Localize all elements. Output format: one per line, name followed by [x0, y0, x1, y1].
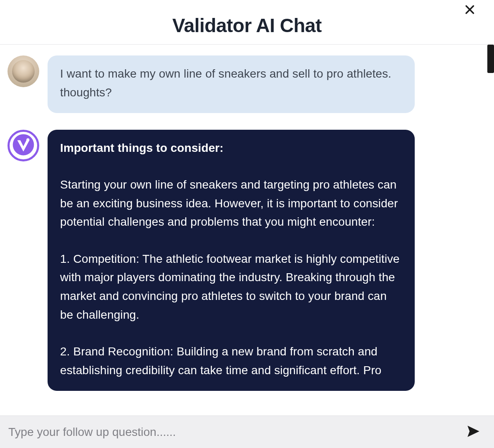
ai-message-bubble: Important things to consider: Starting y… — [48, 130, 415, 391]
message-row-ai: Important things to consider: Starting y… — [8, 130, 478, 391]
header: Validator AI Chat — [0, 0, 494, 44]
close-button[interactable] — [461, 2, 478, 18]
ai-avatar — [8, 130, 39, 161]
user-message-text: I want to make my own line of sneakers a… — [60, 67, 391, 99]
composer — [0, 415, 494, 448]
svg-point-2 — [13, 134, 34, 155]
user-message-bubble: I want to make my own line of sneakers a… — [48, 55, 415, 113]
send-button[interactable] — [463, 422, 483, 442]
followup-input[interactable] — [8, 425, 463, 439]
scrollbar-thumb[interactable] — [487, 45, 494, 73]
svg-point-3 — [26, 138, 29, 141]
message-row-user: I want to make my own line of sneakers a… — [8, 55, 478, 113]
chat-app: Validator AI Chat I want to make my own … — [0, 0, 494, 448]
close-icon — [464, 4, 475, 16]
user-avatar — [8, 55, 39, 87]
validator-logo-icon — [11, 133, 35, 159]
ai-message-heading: Important things to consider: — [60, 139, 402, 158]
chat-body[interactable]: I want to make my own line of sneakers a… — [0, 45, 494, 415]
ai-message-point-2: 2. Brand Recognition: Building a new bra… — [60, 342, 402, 380]
ai-message-point-1: 1. Competition: The athletic footwear ma… — [60, 250, 402, 325]
page-title: Validator AI Chat — [0, 14, 494, 37]
send-icon — [466, 424, 480, 440]
ai-message-intro: Starting your own line of sneakers and t… — [60, 176, 402, 232]
